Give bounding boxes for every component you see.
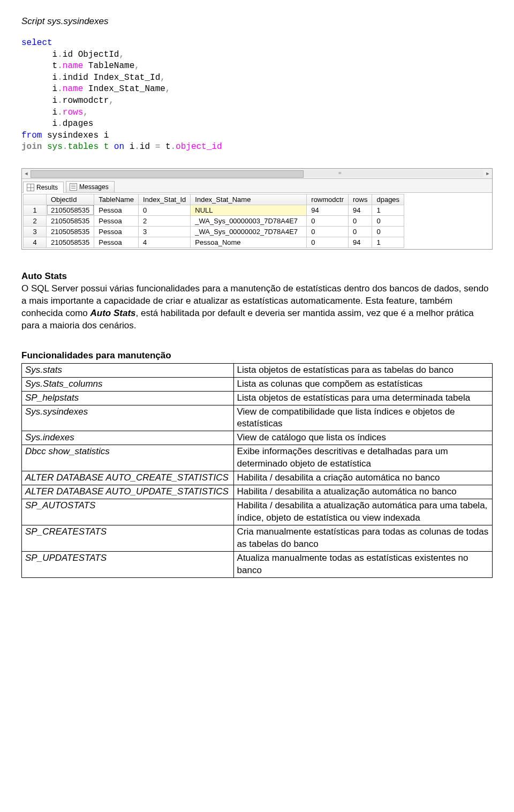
scroll-thumb[interactable] (31, 170, 304, 178)
table-row[interactable]: 12105058535Pessoa0NULL94941 (24, 205, 404, 215)
func-desc: Lista as colunas que compõem as estatíst… (233, 377, 492, 391)
table-row[interactable]: 32105058535Pessoa3_WA_Sys_00000002_7D78A… (24, 226, 404, 237)
cell[interactable]: 0 (349, 226, 372, 237)
sql-dot: . (170, 142, 176, 152)
column-header[interactable]: Index_Stat_Name (191, 194, 307, 205)
sql-keyword: select (21, 38, 52, 48)
cell[interactable]: 1 (372, 205, 404, 215)
column-header[interactable]: ObjectId (47, 194, 94, 205)
row-number[interactable]: 3 (24, 226, 47, 237)
tab-results[interactable]: Results (23, 182, 64, 193)
sql-dot: . (134, 142, 140, 152)
sql-dot: . (57, 61, 63, 71)
cell[interactable]: NULL (191, 205, 307, 215)
func-name: ALTER DATABASE AUTO_CREATE_STATISTICS (22, 471, 234, 485)
cell[interactable]: _WA_Sys_00000003_7D78A4E7 (191, 215, 307, 226)
table-row[interactable]: 22105058535Pessoa2_WA_Sys_00000003_7D78A… (24, 215, 404, 226)
results-tabstrip: Results Messages (22, 179, 492, 193)
cell[interactable]: 94 (349, 237, 372, 247)
column-header[interactable]: rowmodctr (307, 194, 349, 205)
func-row: Sys.sysindexesView de compatibilidade qu… (22, 405, 493, 431)
func-row: Sys.Stats_columnsLista as colunas que co… (22, 377, 493, 391)
func-desc: Lista objetos de estatísticas para uma d… (233, 391, 492, 405)
sql-comma: , (160, 73, 165, 82)
sql-code-block: select i.id ObjectId, t.name TableName, … (21, 37, 493, 153)
column-header[interactable]: rows (349, 194, 372, 205)
sql-keyword: join (21, 142, 42, 152)
sql-dot: . (57, 50, 63, 59)
func-name: SP_UPDATESTATS (22, 551, 234, 577)
sql-ident: rowmodctr (63, 96, 109, 106)
scroll-right-icon[interactable]: ► (483, 170, 492, 177)
sql-dot: . (63, 142, 68, 152)
column-header[interactable]: TableName (94, 194, 139, 205)
cell[interactable]: 0 (349, 215, 372, 226)
func-row: SP_UPDATESTATSAtualiza manualmente todas… (22, 551, 493, 577)
cell[interactable]: 2105058535 (47, 215, 94, 226)
sql-ident: t (52, 61, 58, 71)
sql-ident: TableName (83, 61, 134, 71)
cell[interactable]: 94 (349, 205, 372, 215)
cell[interactable]: _WA_Sys_00000002_7D78A4E7 (191, 226, 307, 237)
cell[interactable]: 0 (372, 226, 404, 237)
cell[interactable]: Pessoa (94, 215, 139, 226)
sql-dot: . (57, 73, 63, 82)
cell[interactable]: Pessoa (94, 237, 139, 247)
cell[interactable]: Pessoa_Nome (191, 237, 307, 247)
horizontal-scrollbar[interactable]: ◄ III ► (22, 169, 492, 179)
sql-dot: . (57, 119, 63, 129)
table-row[interactable]: 42105058535Pessoa4Pessoa_Nome0941 (24, 237, 404, 247)
sql-ident: dpages (63, 119, 94, 129)
sql-func: rows (63, 108, 83, 117)
func-row: SP_helpstatsLista objetos de estatística… (22, 391, 493, 405)
corner-header (24, 194, 47, 205)
results-grid[interactable]: ObjectId TableName Index_Stat_Id Index_S… (23, 194, 404, 248)
func-name: SP_CREATESTATS (22, 525, 234, 551)
sql-comma: , (83, 108, 88, 117)
sql-ident: i (52, 50, 58, 59)
section-title-func: Funcionalidades para manutenção (21, 350, 493, 361)
sql-keyword: on (114, 142, 124, 152)
cell[interactable]: 1 (372, 237, 404, 247)
row-number[interactable]: 1 (24, 205, 47, 215)
func-desc: Habilita / desabilita a atualização auto… (233, 485, 492, 499)
cell[interactable]: 2 (139, 215, 191, 226)
cell[interactable]: Pessoa (94, 205, 139, 215)
cell[interactable]: 0 (307, 215, 349, 226)
sql-ident: i (52, 108, 58, 117)
sql-dot: . (57, 96, 63, 106)
tab-label: Messages (79, 183, 109, 191)
sql-comma: , (119, 50, 124, 59)
cell[interactable]: 0 (139, 205, 191, 215)
func-desc: Habilita / desabilita a atualização auto… (233, 499, 492, 525)
func-desc: View de catálogo que lista os índices (233, 431, 492, 445)
sql-func: name (63, 61, 83, 71)
sql-comma: , (134, 61, 140, 71)
cell[interactable]: 2105058535 (47, 237, 94, 247)
func-desc: Lista objetos de estatísticas para as ta… (233, 363, 492, 377)
cell[interactable]: 0 (372, 215, 404, 226)
func-name: ALTER DATABASE AUTO_UPDATE_STATISTICS (22, 485, 234, 499)
func-table: Sys.statsLista objetos de estatísticas p… (21, 363, 493, 578)
cell[interactable]: 3 (139, 226, 191, 237)
tab-messages[interactable]: Messages (66, 181, 115, 192)
cell[interactable]: 94 (307, 205, 349, 215)
cell[interactable]: 0 (307, 226, 349, 237)
autostats-term: Auto Stats (90, 308, 136, 318)
func-row: ALTER DATABASE AUTO_CREATE_STATISTICSHab… (22, 471, 493, 485)
cell[interactable]: 0 (307, 237, 349, 247)
scroll-left-icon[interactable]: ◄ (22, 170, 31, 177)
column-header[interactable]: Index_Stat_Id (139, 194, 191, 205)
sql-ident: Index_Stat_Name (83, 84, 165, 94)
row-number[interactable]: 2 (24, 215, 47, 226)
row-number[interactable]: 4 (24, 237, 47, 247)
script-title: Script sys.sysindexes (21, 16, 493, 27)
cell[interactable]: Pessoa (94, 226, 139, 237)
cell[interactable]: 2105058535 (47, 205, 94, 215)
func-name: Sys.indexes (22, 431, 234, 445)
func-desc: Habilita / desabilita a criação automáti… (233, 471, 492, 485)
cell[interactable]: 4 (139, 237, 191, 247)
sql-ident: indid Index_Stat_Id (63, 73, 160, 82)
cell[interactable]: 2105058535 (47, 226, 94, 237)
column-header[interactable]: dpages (372, 194, 404, 205)
